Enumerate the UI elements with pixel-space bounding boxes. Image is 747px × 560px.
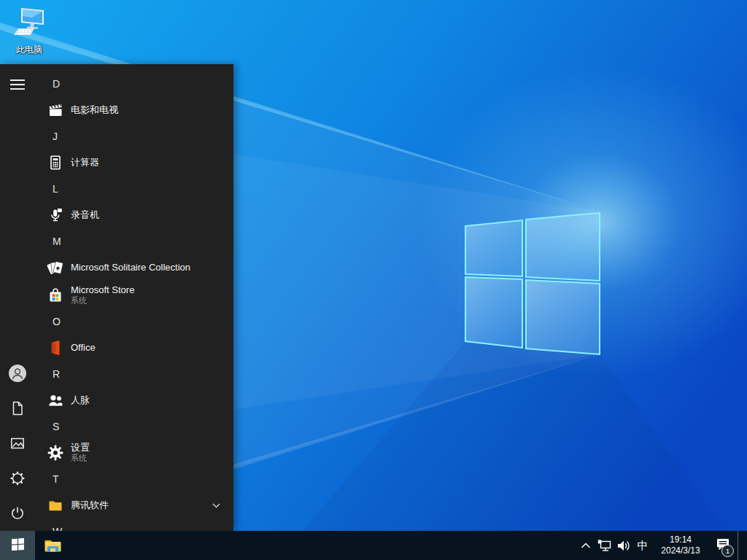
app-label: 设置 bbox=[71, 442, 90, 454]
hamburger-menu-icon[interactable] bbox=[0, 67, 35, 102]
app-label: Microsoft Store bbox=[71, 284, 134, 296]
chevron-down-icon[interactable] bbox=[212, 503, 220, 508]
movies-tv-icon bbox=[47, 101, 64, 119]
document-icon[interactable] bbox=[0, 391, 35, 426]
section-letter-O[interactable]: O bbox=[47, 309, 233, 334]
section-letter-W[interactable]: W bbox=[47, 519, 233, 531]
folder-icon bbox=[47, 497, 64, 514]
app-row-people[interactable]: 人脉 bbox=[47, 386, 233, 414]
app-subtitle: 系统 bbox=[71, 454, 90, 464]
calculator-icon bbox=[47, 154, 64, 171]
app-row-movies-tv[interactable]: 电影和电视 bbox=[47, 96, 233, 124]
section-letter-D[interactable]: D bbox=[47, 71, 233, 96]
start-button[interactable] bbox=[0, 531, 35, 560]
office-icon bbox=[47, 339, 64, 357]
voice-recorder-icon bbox=[47, 206, 64, 224]
chevron-up-icon[interactable] bbox=[577, 531, 595, 560]
app-row-microsoft-store[interactable]: Microsoft Store 系统 bbox=[47, 281, 233, 309]
start-menu-app-list: D 电影和电视 bbox=[47, 71, 233, 531]
app-row-office[interactable]: Office bbox=[47, 334, 233, 362]
show-desktop-button[interactable] bbox=[738, 531, 747, 560]
section-letter-S[interactable]: S bbox=[47, 414, 233, 439]
app-row-calculator[interactable]: 计算器 bbox=[47, 149, 233, 176]
app-label: 腾讯软件 bbox=[71, 499, 109, 511]
section-letter-L[interactable]: L bbox=[47, 176, 233, 201]
clock[interactable]: 19:14 2024/3/13 bbox=[653, 534, 708, 557]
notification-badge: 1 bbox=[721, 545, 734, 557]
system-tray: 中 19:14 2024/3/13 1 bbox=[577, 531, 747, 560]
pictures-icon[interactable] bbox=[0, 426, 35, 461]
app-label: 人脉 bbox=[71, 394, 90, 406]
taskbar: 中 19:14 2024/3/13 1 bbox=[0, 531, 747, 560]
section-letter-R[interactable]: R bbox=[47, 362, 233, 386]
file-explorer-icon bbox=[43, 536, 63, 556]
gear-outline-icon[interactable] bbox=[0, 461, 35, 496]
start-menu-rail bbox=[0, 64, 35, 531]
ime-indicator[interactable]: 中 bbox=[632, 531, 653, 560]
app-subtitle: 系统 bbox=[71, 296, 134, 306]
store-icon bbox=[47, 287, 64, 304]
desktop-icon-label: 此电脑 bbox=[16, 44, 42, 56]
people-icon bbox=[47, 392, 64, 409]
taskbar-file-explorer-button[interactable] bbox=[35, 531, 70, 560]
network-icon[interactable] bbox=[595, 531, 614, 560]
app-row-settings[interactable]: 设置 系统 bbox=[47, 439, 233, 467]
app-label: Microsoft Solitaire Collection bbox=[71, 262, 190, 273]
solitaire-icon: ♠ bbox=[47, 259, 64, 276]
desktop-icon-this-pc[interactable]: 此电脑 bbox=[3, 6, 55, 56]
section-letter-J[interactable]: J bbox=[47, 124, 233, 149]
volume-icon[interactable] bbox=[614, 531, 632, 560]
app-row-solitaire[interactable]: ♠ Microsoft Solitaire Collection bbox=[47, 254, 233, 281]
section-letter-T[interactable]: T bbox=[47, 467, 233, 491]
clock-time: 19:14 bbox=[670, 534, 692, 545]
this-pc-icon bbox=[12, 6, 47, 42]
power-icon[interactable] bbox=[0, 496, 35, 531]
clock-date: 2024/3/13 bbox=[661, 545, 700, 556]
app-row-voice-recorder[interactable]: 录音机 bbox=[47, 201, 233, 229]
app-label: 电影和电视 bbox=[71, 104, 118, 116]
app-label: 录音机 bbox=[71, 209, 99, 221]
app-label: 计算器 bbox=[71, 157, 99, 168]
windows-logo-icon bbox=[12, 538, 24, 553]
start-menu: D 电影和电视 bbox=[0, 64, 233, 531]
user-avatar-icon[interactable] bbox=[0, 356, 35, 391]
action-center-button[interactable]: 1 bbox=[708, 531, 738, 560]
settings-gear-icon bbox=[47, 444, 64, 462]
section-letter-M[interactable]: M bbox=[47, 229, 233, 254]
windows-desktop: 此电脑 bbox=[0, 0, 747, 560]
app-row-tencent-folder[interactable]: 腾讯软件 bbox=[47, 491, 233, 519]
app-label: Office bbox=[71, 342, 96, 354]
wallpaper-windows-logo bbox=[465, 213, 600, 354]
